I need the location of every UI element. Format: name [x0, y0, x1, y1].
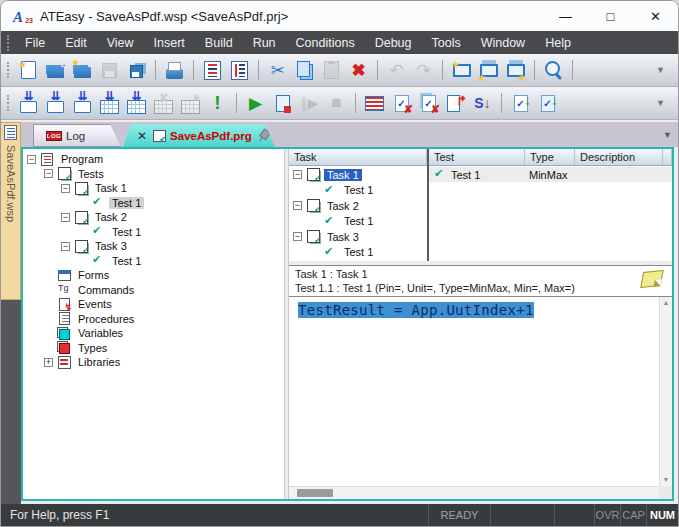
horizontal-scrollbar[interactable]: [289, 486, 659, 499]
close-button[interactable]: ✕: [633, 1, 678, 31]
restart-icon[interactable]: [270, 91, 295, 116]
insert-subitem-icon[interactable]: [503, 58, 528, 83]
tree-item-label: Task 1: [92, 182, 130, 194]
menu-view[interactable]: View: [97, 31, 144, 54]
insert-item-below-icon[interactable]: [476, 58, 501, 83]
tree-item-test-1[interactable]: Test 1: [23, 225, 284, 240]
tree-expander[interactable]: −: [61, 184, 70, 193]
scroll-up-icon[interactable]: ▲: [663, 299, 670, 307]
test-row-test1[interactable]: Test 1 MinMax: [429, 167, 672, 182]
description-column-header[interactable]: Description: [575, 149, 663, 165]
pin-icon[interactable]: [255, 127, 271, 143]
insert-test-row-icon[interactable]: [97, 91, 122, 116]
minimize-button[interactable]: —: [543, 1, 588, 31]
tree-expander[interactable]: −: [27, 155, 36, 164]
insert-test-icon[interactable]: [16, 91, 41, 116]
document-view-icon[interactable]: [227, 58, 252, 83]
menu-file[interactable]: File: [15, 31, 55, 54]
tree-item-task-3[interactable]: −Task 3: [23, 239, 284, 254]
tree-expander[interactable]: −: [293, 232, 302, 241]
toolbar-grip-handle[interactable]: [7, 95, 9, 111]
insert-test-column-icon[interactable]: [124, 91, 149, 116]
clear-test-status-icon[interactable]: [389, 91, 414, 116]
menu-edit[interactable]: Edit: [55, 31, 97, 54]
tree-item-tests[interactable]: −Tests: [23, 167, 284, 182]
tree-expander[interactable]: +: [44, 358, 53, 367]
tab-saveaspdf-prg[interactable]: ✕ SaveAsPdf.prg: [123, 124, 275, 147]
tree-expander[interactable]: −: [61, 242, 70, 251]
print-icon[interactable]: [162, 58, 187, 83]
cut-icon[interactable]: ✂: [265, 58, 290, 83]
task-item-test-1[interactable]: Test 1: [289, 214, 427, 230]
menu-build[interactable]: Build: [195, 31, 243, 54]
insert-item-icon[interactable]: [449, 58, 474, 83]
tree-item-variables[interactable]: Variables: [23, 326, 284, 341]
clear-all-status-icon[interactable]: [416, 91, 441, 116]
menu-help[interactable]: Help: [535, 31, 581, 54]
menu-run[interactable]: Run: [243, 31, 286, 54]
insert-task-icon[interactable]: [43, 91, 68, 116]
test-column-header[interactable]: Test: [429, 149, 525, 165]
test-table-icon[interactable]: [362, 91, 387, 116]
copy-icon[interactable]: [292, 58, 317, 83]
open-workspace-icon[interactable]: [70, 58, 95, 83]
type-column-header[interactable]: Type: [525, 149, 575, 165]
note-icon[interactable]: [640, 270, 663, 288]
tree-expander[interactable]: −: [293, 170, 302, 179]
tree-expander[interactable]: −: [44, 169, 53, 178]
tree-item-test-1[interactable]: Test 1: [23, 254, 284, 269]
check-syntax-icon[interactable]: !: [205, 91, 230, 116]
menu-debug[interactable]: Debug: [365, 31, 422, 54]
scrollbar-corner: [659, 486, 672, 499]
report-view-icon[interactable]: [200, 58, 225, 83]
sort-tests-icon[interactable]: [470, 91, 495, 116]
code-editor-body[interactable]: TestResult = App.UutIndex+1 ▲ ▼: [289, 297, 672, 499]
insert-task-group-icon[interactable]: [70, 91, 95, 116]
tree-expander[interactable]: −: [293, 201, 302, 210]
save-all-icon[interactable]: [124, 58, 149, 83]
task-item-test-1[interactable]: Test 1: [289, 245, 427, 261]
tree-expander[interactable]: −: [61, 213, 70, 222]
tree-item-task-1[interactable]: −Task 1: [23, 181, 284, 196]
run-selected-tests-icon[interactable]: [508, 91, 533, 116]
task-item-task-2[interactable]: −Task 2: [289, 198, 427, 214]
tree-item-libraries[interactable]: +Libraries: [23, 355, 284, 370]
menu-window[interactable]: Window: [471, 31, 535, 54]
run-icon[interactable]: ▶: [243, 91, 268, 116]
tree-item-forms[interactable]: Forms: [23, 268, 284, 283]
scrollbar-thumb[interactable]: [297, 489, 333, 497]
delete-icon[interactable]: ✖: [346, 58, 371, 83]
find-icon[interactable]: [541, 58, 566, 83]
code-line[interactable]: TestResult = App.UutIndex+1: [289, 297, 672, 318]
toolbar-options-icon[interactable]: ▼: [648, 58, 673, 83]
task-item-task-3[interactable]: −Task 3: [289, 229, 427, 245]
tree-item-task-2[interactable]: −Task 2: [23, 210, 284, 225]
menu-conditions[interactable]: Conditions: [286, 31, 365, 54]
menu-tools[interactable]: Tools: [422, 31, 471, 54]
menu-grip-handle[interactable]: [7, 35, 9, 51]
open-file-icon[interactable]: [43, 58, 68, 83]
task-item-task-1[interactable]: −Task 1: [289, 167, 427, 183]
tab-list-chevron-icon[interactable]: ▼: [663, 130, 672, 140]
maximize-button[interactable]: □: [588, 1, 633, 31]
goto-test-icon[interactable]: [443, 91, 468, 116]
tree-item-procedures[interactable]: Procedures: [23, 312, 284, 327]
tree-item-events[interactable]: Events: [23, 297, 284, 312]
tree-item-program[interactable]: −Program: [23, 152, 284, 167]
tree-item-commands[interactable]: Commands: [23, 283, 284, 298]
scroll-down-icon[interactable]: ▼: [663, 476, 670, 484]
close-tab-icon[interactable]: ✕: [137, 129, 147, 143]
menu-insert[interactable]: Insert: [144, 31, 195, 54]
new-file-icon[interactable]: [16, 58, 41, 83]
vertical-scrollbar[interactable]: ▲ ▼: [659, 297, 672, 486]
run-all-tests-icon[interactable]: [535, 91, 560, 116]
tree-item-types[interactable]: Types: [23, 341, 284, 356]
tree-item-test-1[interactable]: Test 1: [23, 196, 284, 211]
toolbar-grip-handle[interactable]: [7, 62, 9, 78]
workspace-side-tab[interactable]: SaveAsPdf.wsp: [1, 122, 21, 300]
task-item-test-1[interactable]: Test 1: [289, 183, 427, 199]
tab-log[interactable]: LOG Log: [33, 124, 121, 147]
toolbar-options-icon[interactable]: ▼: [648, 91, 673, 116]
task-column-header[interactable]: Task: [289, 149, 427, 166]
selected-code-text[interactable]: TestResult = App.UutIndex+1: [298, 302, 534, 318]
